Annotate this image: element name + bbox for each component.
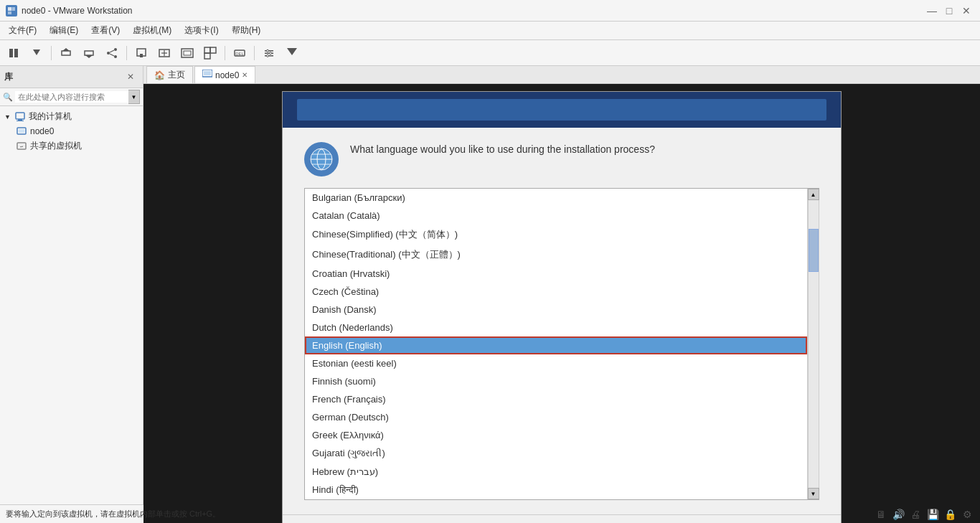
minimize-button[interactable]: —: [924, 3, 940, 19]
toolbar: DEL: [0, 40, 980, 66]
list-item[interactable]: Czech (Čeština): [305, 283, 807, 301]
toolbar-receive[interactable]: [78, 43, 100, 63]
tab-home-label: 主页: [168, 69, 185, 81]
scroll-down-button[interactable]: ▼: [808, 488, 819, 499]
list-item[interactable]: Greek (Ελληνικά): [305, 426, 807, 444]
svg-rect-39: [19, 129, 24, 133]
svg-rect-36: [18, 119, 22, 121]
installer-question-text: What language would you like to use duri…: [350, 142, 655, 157]
menu-view[interactable]: 查看(V): [85, 23, 126, 39]
toolbar-fullscreen[interactable]: [131, 43, 152, 63]
toolbar-pause[interactable]: [3, 43, 24, 63]
svg-point-11: [107, 52, 110, 55]
language-list-container: Bulgarian (Български) Catalan (Català) C…: [304, 188, 819, 500]
toolbar-fitwindow[interactable]: [176, 43, 198, 63]
sidebar-item-shared[interactable]: ⇌ 共享的虚拟机: [0, 138, 143, 154]
toolbar-fitguest[interactable]: [154, 43, 175, 63]
list-item[interactable]: German (Deutsch): [305, 408, 807, 426]
status-icon-3[interactable]: 🖨: [908, 507, 923, 522]
maximize-button[interactable]: □: [941, 3, 957, 19]
tab-node0[interactable]: node0 ✕: [194, 66, 255, 83]
list-item[interactable]: Hebrew (עברית): [305, 463, 807, 481]
content-area[interactable]: What language would you like to use duri…: [143, 84, 980, 523]
app-icon: [6, 5, 17, 17]
menu-tabs[interactable]: 选项卡(I): [179, 23, 224, 39]
svg-rect-23: [204, 47, 210, 53]
toolbar-settings[interactable]: [258, 43, 280, 63]
sidebar: 库 ✕ 🔍 ▼ ▼ 我的计算机 node0: [0, 66, 143, 504]
svg-rect-9: [85, 51, 93, 55]
list-item[interactable]: Finnish (suomi): [305, 372, 807, 390]
svg-rect-17: [140, 54, 143, 57]
toolbar-sep1: [51, 46, 52, 60]
sidebar-label-shared: 共享的虚拟机: [30, 140, 82, 152]
list-item[interactable]: Chinese(Simplified) (中文（简体）): [305, 225, 807, 245]
svg-rect-24: [210, 47, 216, 53]
toolbar-ctrlaltdel[interactable]: DEL: [229, 43, 250, 63]
svg-rect-2: [12, 7, 16, 11]
menu-help[interactable]: 帮助(H): [226, 23, 267, 39]
search-dropdown[interactable]: ▼: [128, 90, 140, 104]
vm-icon: [16, 126, 27, 137]
list-item[interactable]: Catalan (Català): [305, 207, 807, 225]
svg-marker-6: [33, 50, 40, 55]
svg-line-14: [110, 50, 114, 52]
toolbar-send[interactable]: [55, 43, 77, 63]
status-icon-1[interactable]: 🖥: [874, 507, 888, 522]
toolbar-dropdown[interactable]: [26, 43, 47, 63]
language-list[interactable]: Bulgarian (Български) Catalan (Català) C…: [305, 189, 807, 499]
toolbar-unity[interactable]: [199, 43, 221, 63]
status-icon-4[interactable]: 💾: [925, 507, 940, 522]
svg-rect-3: [8, 11, 11, 14]
sidebar-tree: ▼ 我的计算机 node0 ⇌ 共享的虚拟机: [0, 106, 143, 504]
sidebar-label-mycomputer: 我的计算机: [29, 110, 72, 123]
toolbar-share[interactable]: [101, 43, 123, 63]
list-item-selected[interactable]: English (English): [305, 336, 807, 354]
list-item[interactable]: Bulgarian (Български): [305, 189, 807, 207]
list-item[interactable]: Gujarati (ગુજરાતી): [305, 444, 807, 463]
list-item[interactable]: French (Français): [305, 390, 807, 408]
tab-node0-label: node0: [215, 70, 239, 80]
sidebar-item-node0[interactable]: node0: [0, 124, 143, 138]
sidebar-label-node0: node0: [30, 126, 54, 136]
menu-edit[interactable]: 编辑(E): [44, 23, 84, 39]
sidebar-close[interactable]: ✕: [123, 69, 138, 85]
scrollbar-track[interactable]: [808, 200, 819, 488]
scroll-up-button[interactable]: ▲: [808, 189, 819, 200]
list-item[interactable]: Danish (Dansk): [305, 301, 807, 319]
tab-close-node0[interactable]: ✕: [242, 71, 248, 79]
menu-file[interactable]: 文件(F): [3, 23, 42, 39]
svg-point-13: [114, 55, 117, 58]
toolbar-view-options[interactable]: [281, 43, 303, 63]
list-item[interactable]: Chinese(Traditional) (中文（正體）): [305, 245, 807, 265]
shared-icon: ⇌: [16, 141, 27, 152]
home-icon: 🏠: [154, 70, 165, 80]
status-icon-2[interactable]: 🔊: [891, 507, 905, 522]
search-input[interactable]: [15, 91, 128, 103]
close-button[interactable]: ✕: [958, 3, 974, 19]
sidebar-item-mycomputer[interactable]: ▼ 我的计算机: [0, 109, 143, 124]
svg-point-32: [270, 52, 272, 54]
status-icon-6[interactable]: ⚙: [960, 507, 974, 522]
sidebar-search-row: 🔍 ▼: [0, 88, 143, 106]
installer-question: What language would you like to use duri…: [304, 142, 819, 176]
scrollbar-thumb[interactable]: [809, 229, 819, 272]
svg-text:DEL: DEL: [235, 52, 244, 56]
svg-rect-35: [16, 113, 24, 119]
menu-vm[interactable]: 虚拟机(M): [127, 23, 177, 39]
vm-screen[interactable]: What language would you like to use duri…: [143, 84, 980, 523]
list-item[interactable]: Hindi (हिन्दी): [305, 481, 807, 499]
scrollbar[interactable]: ▲ ▼: [807, 189, 819, 499]
svg-text:⇌: ⇌: [20, 144, 23, 149]
tab-home[interactable]: 🏠 主页: [146, 66, 193, 83]
status-icon-5[interactable]: 🔒: [943, 507, 957, 522]
flag-icon: [304, 142, 339, 176]
list-item[interactable]: Estonian (eesti keel): [305, 354, 807, 372]
sidebar-title: 库: [4, 71, 13, 83]
svg-line-15: [110, 54, 114, 56]
list-item[interactable]: Croatian (Hrvatski): [305, 265, 807, 283]
list-item[interactable]: Dutch (Nederlands): [305, 319, 807, 336]
window-title: node0 - VMware Workstation: [22, 6, 133, 16]
installer-body: What language would you like to use duri…: [283, 128, 841, 514]
main-layout: 库 ✕ 🔍 ▼ ▼ 我的计算机 node0: [0, 66, 980, 504]
